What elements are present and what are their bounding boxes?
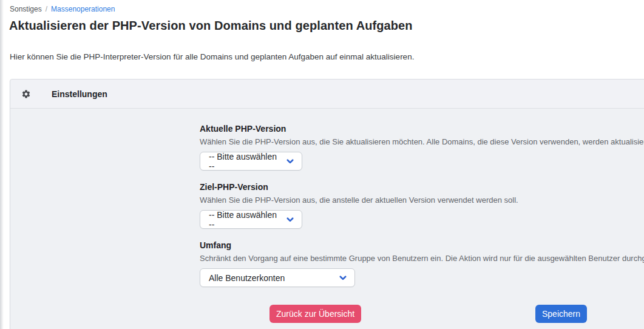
scope-value: Alle Benutzerkonten: [209, 273, 285, 283]
target-php-version-value: -- Bitte auswählen --: [209, 210, 279, 229]
scope-select[interactable]: Alle Benutzerkonten: [200, 268, 355, 287]
breadcrumb: Sonstiges / Massenoperationen: [10, 5, 115, 14]
chevron-down-icon: [286, 157, 294, 166]
breadcrumb-parent: Sonstiges: [10, 5, 42, 14]
left-edge-shadow: [0, 0, 4, 329]
page-description: Hier können Sie die PHP-Interpreter-Vers…: [10, 52, 414, 61]
gear-icon: [21, 89, 31, 99]
panel-title: Einstellungen: [52, 89, 107, 99]
scope-label: Umfang: [200, 240, 231, 250]
target-php-version-select[interactable]: -- Bitte auswählen --: [200, 210, 302, 229]
breadcrumb-link-massenoperationen[interactable]: Massenoperationen: [51, 5, 115, 14]
settings-panel: Einstellungen Aktuelle PHP-Version Wähle…: [10, 79, 644, 329]
chevron-down-icon: [339, 274, 347, 282]
panel-header: Einstellungen: [10, 80, 644, 109]
save-button[interactable]: Speichern: [535, 305, 587, 323]
current-php-version-value: -- Bitte auswählen --: [209, 152, 279, 171]
current-php-version-label: Aktuelle PHP-Version: [200, 124, 286, 134]
target-php-version-description: Wählen Sie die PHP-Version aus, die anst…: [200, 195, 518, 205]
chevron-down-icon: [286, 215, 294, 224]
target-php-version-label: Ziel-PHP-Version: [200, 182, 268, 192]
current-php-version-description: Wählen Sie die PHP-Version aus, die Sie …: [200, 137, 644, 146]
current-php-version-select[interactable]: -- Bitte auswählen --: [200, 152, 302, 171]
back-to-overview-button[interactable]: Zurück zur Übersicht: [269, 305, 361, 323]
scope-description: Schränkt den Vorgang auf eine bestimmte …: [200, 254, 644, 263]
breadcrumb-separator: /: [46, 5, 47, 14]
page-title: Aktualisieren der PHP-Version von Domain…: [9, 19, 413, 33]
